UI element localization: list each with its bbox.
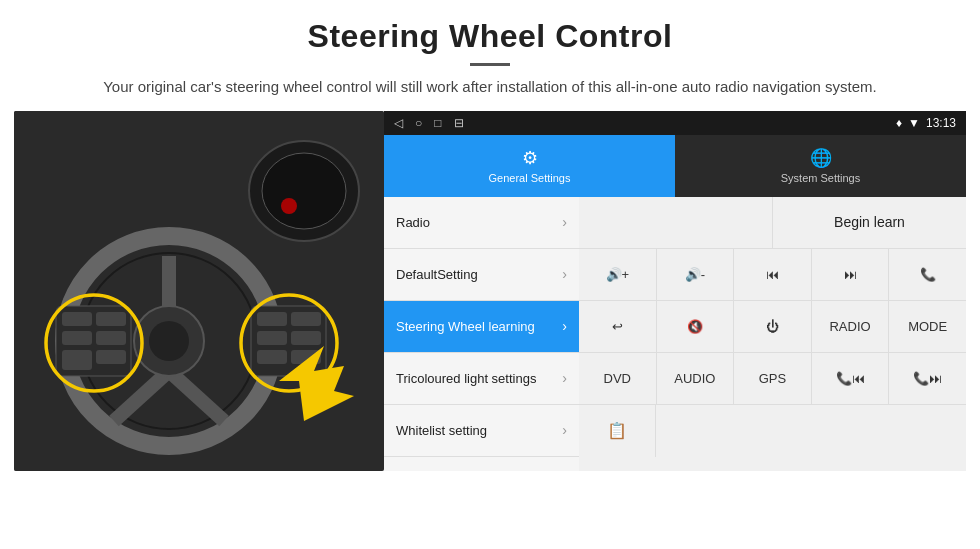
svg-rect-24 bbox=[291, 331, 321, 345]
chevron-icon-steering: › bbox=[562, 318, 567, 334]
svg-point-12 bbox=[149, 321, 189, 361]
svg-rect-21 bbox=[257, 312, 287, 326]
dvd-button[interactable]: DVD bbox=[579, 353, 657, 404]
menu-item-tricoloured-label: Tricoloured light settings bbox=[396, 371, 562, 386]
menu-item-steering-wheel[interactable]: Steering Wheel learning › bbox=[384, 301, 579, 353]
menu-item-defaultsetting-label: DefaultSetting bbox=[396, 267, 562, 282]
menu-item-whitelist[interactable]: Whitelist setting › bbox=[384, 405, 579, 457]
svg-rect-14 bbox=[62, 312, 92, 326]
call-next-icon: 📞⏭ bbox=[913, 371, 942, 386]
menu-item-tricoloured[interactable]: Tricoloured light settings › bbox=[384, 353, 579, 405]
square-status-icon: □ bbox=[434, 116, 441, 130]
panel-body: Radio › DefaultSetting › Steering Wheel … bbox=[384, 197, 966, 471]
menu-item-radio-label: Radio bbox=[396, 215, 562, 230]
system-settings-icon: 🌐 bbox=[810, 147, 832, 169]
next-icon: ⏭ bbox=[844, 267, 857, 282]
audio-label: AUDIO bbox=[674, 371, 715, 386]
prev-icon: ⏮ bbox=[766, 267, 779, 282]
mode-button[interactable]: MODE bbox=[889, 301, 966, 352]
svg-rect-19 bbox=[96, 350, 126, 364]
button-row-5: 📋 bbox=[579, 405, 966, 457]
phone-icon: 📞 bbox=[920, 267, 936, 282]
list-button[interactable]: 📋 bbox=[579, 405, 656, 457]
svg-rect-25 bbox=[257, 350, 287, 364]
svg-rect-15 bbox=[96, 312, 126, 326]
general-settings-icon: ⚙ bbox=[522, 147, 538, 169]
menu-item-steering-label: Steering Wheel learning bbox=[396, 319, 562, 334]
button-row-2: 🔊+ 🔊- ⏮ ⏭ 📞 bbox=[579, 249, 966, 301]
tab-system-label: System Settings bbox=[781, 172, 860, 184]
audio-button[interactable]: AUDIO bbox=[657, 353, 735, 404]
chevron-icon-defaultsetting: › bbox=[562, 266, 567, 282]
power-icon: ⏻ bbox=[766, 319, 779, 334]
call-next-button[interactable]: 📞⏭ bbox=[889, 353, 966, 404]
vol-down-icon: 🔊- bbox=[685, 267, 705, 282]
gps-button[interactable]: GPS bbox=[734, 353, 812, 404]
mute-icon: 🔇 bbox=[687, 319, 703, 334]
menu-item-whitelist-label: Whitelist setting bbox=[396, 423, 562, 438]
gps-label: GPS bbox=[759, 371, 786, 386]
button-row-4: DVD AUDIO GPS 📞⏮ 📞⏭ bbox=[579, 353, 966, 405]
chevron-icon-whitelist: › bbox=[562, 422, 567, 438]
home-status-icon: ○ bbox=[415, 116, 422, 130]
mode-label: MODE bbox=[908, 319, 947, 334]
tab-general-label: General Settings bbox=[489, 172, 571, 184]
title-divider bbox=[470, 63, 510, 66]
menu-item-radio[interactable]: Radio › bbox=[384, 197, 579, 249]
button-row-3: ↩ 🔇 ⏻ RADIO MODE bbox=[579, 301, 966, 353]
menu-item-defaultsetting[interactable]: DefaultSetting › bbox=[384, 249, 579, 301]
status-bar: ◁ ○ □ ⊟ ♦ ▼ 13:13 bbox=[384, 111, 966, 135]
list-icon: 📋 bbox=[607, 421, 627, 440]
location-icon: ♦ bbox=[896, 116, 902, 130]
tab-general-settings[interactable]: ⚙ General Settings bbox=[384, 135, 675, 197]
car-image bbox=[14, 111, 384, 471]
vol-up-icon: 🔊+ bbox=[606, 267, 630, 282]
status-bar-left: ◁ ○ □ ⊟ bbox=[394, 116, 464, 130]
mute-button[interactable]: 🔇 bbox=[657, 301, 735, 352]
vol-up-button[interactable]: 🔊+ bbox=[579, 249, 657, 300]
chevron-icon-radio: › bbox=[562, 214, 567, 230]
next-button[interactable]: ⏭ bbox=[812, 249, 890, 300]
dvd-label: DVD bbox=[604, 371, 631, 386]
svg-rect-16 bbox=[62, 331, 92, 345]
page-description: Your original car's steering wheel contr… bbox=[60, 76, 920, 99]
radio-button[interactable]: RADIO bbox=[812, 301, 890, 352]
signal-icon: ▼ bbox=[908, 116, 920, 130]
empty-space bbox=[579, 197, 772, 248]
page-header: Steering Wheel Control Your original car… bbox=[0, 0, 980, 111]
left-menu: Radio › DefaultSetting › Steering Wheel … bbox=[384, 197, 579, 471]
chevron-icon-tricoloured: › bbox=[562, 370, 567, 386]
svg-rect-22 bbox=[291, 312, 321, 326]
ui-panel: ◁ ○ □ ⊟ ♦ ▼ 13:13 ⚙ General Settings 🌐 S… bbox=[384, 111, 966, 471]
clock: 13:13 bbox=[926, 116, 956, 130]
svg-rect-23 bbox=[257, 331, 287, 345]
back-button[interactable]: ↩ bbox=[579, 301, 657, 352]
call-prev-button[interactable]: 📞⏮ bbox=[812, 353, 890, 404]
tab-bar: ⚙ General Settings 🌐 System Settings bbox=[384, 135, 966, 197]
radio-label: RADIO bbox=[829, 319, 870, 334]
back-status-icon: ◁ bbox=[394, 116, 403, 130]
main-content: ◁ ○ □ ⊟ ♦ ▼ 13:13 ⚙ General Settings 🌐 S… bbox=[14, 111, 966, 471]
tab-system-settings[interactable]: 🌐 System Settings bbox=[675, 135, 966, 197]
call-prev-icon: 📞⏮ bbox=[836, 371, 865, 386]
svg-point-2 bbox=[262, 153, 346, 229]
power-button[interactable]: ⏻ bbox=[734, 301, 812, 352]
button-row-1: Begin learn bbox=[579, 197, 966, 249]
phone-button[interactable]: 📞 bbox=[889, 249, 966, 300]
svg-point-3 bbox=[281, 198, 297, 214]
prev-button[interactable]: ⏮ bbox=[734, 249, 812, 300]
svg-rect-18 bbox=[62, 350, 92, 370]
begin-learn-button[interactable]: Begin learn bbox=[772, 197, 966, 248]
vol-down-button[interactable]: 🔊- bbox=[657, 249, 735, 300]
right-buttons-panel: Begin learn 🔊+ 🔊- ⏮ ⏭ bbox=[579, 197, 966, 471]
status-bar-right: ♦ ▼ 13:13 bbox=[896, 116, 956, 130]
back-icon: ↩ bbox=[612, 319, 623, 334]
svg-rect-17 bbox=[96, 331, 126, 345]
page-title: Steering Wheel Control bbox=[60, 18, 920, 55]
menu-status-icon: ⊟ bbox=[454, 116, 464, 130]
